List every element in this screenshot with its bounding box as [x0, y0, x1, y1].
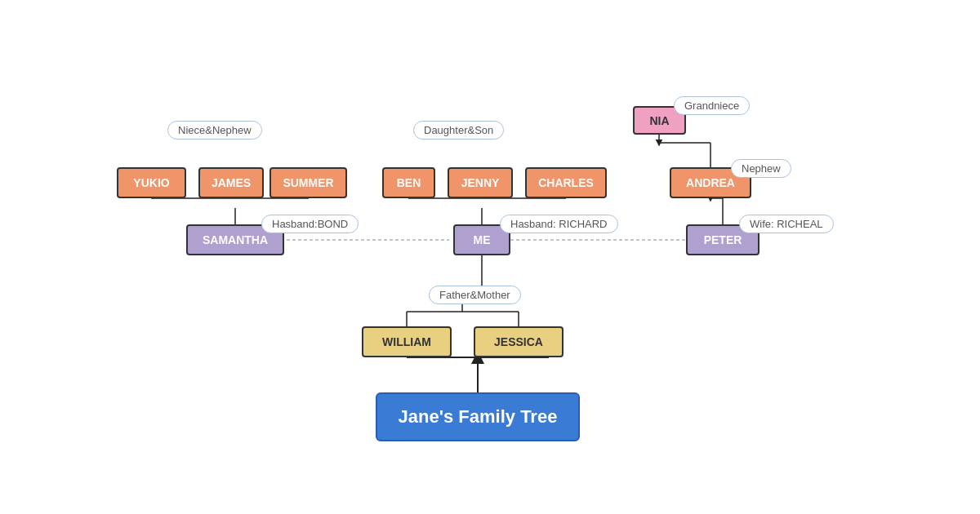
- ben-node[interactable]: BEN: [382, 167, 435, 198]
- husband-richard-label: Hasband: RICHARD: [500, 215, 618, 233]
- husband-bond-text: Hasband:BOND: [272, 218, 348, 230]
- william-node[interactable]: WILLIAM: [362, 326, 452, 357]
- samantha-label: SAMANTHA: [203, 233, 268, 246]
- wife-richeal-text: Wife: RICHEAL: [750, 218, 823, 230]
- father-mother-label: Father&Mother: [429, 286, 521, 304]
- jane-node[interactable]: Jane's Family Tree: [376, 392, 580, 441]
- jenny-label: JENNY: [461, 176, 500, 189]
- andrea-label: ANDREA: [686, 176, 735, 189]
- charles-node[interactable]: CHARLES: [525, 167, 607, 198]
- jenny-node[interactable]: JENNY: [448, 167, 513, 198]
- nia-label: NIA: [649, 114, 669, 127]
- jessica-label: JESSICA: [494, 335, 543, 348]
- james-node[interactable]: JAMES: [198, 167, 264, 198]
- nephew-text: Nephew: [742, 162, 781, 175]
- me-label: ME: [474, 233, 491, 246]
- grandniece-text: Grandniece: [684, 100, 739, 112]
- jane-label: Jane's Family Tree: [399, 406, 558, 428]
- husband-richard-text: Hasband: RICHARD: [510, 218, 608, 230]
- yukio-label: YUKIO: [133, 176, 169, 189]
- yukio-node[interactable]: YUKIO: [117, 167, 186, 198]
- husband-bond-label: Hasband:BOND: [261, 215, 359, 233]
- jessica-node[interactable]: JESSICA: [474, 326, 564, 357]
- father-mother-text: Father&Mother: [439, 289, 510, 301]
- william-label: WILLIAM: [382, 335, 431, 348]
- charles-label: CHARLES: [538, 176, 594, 189]
- peter-label: PETER: [704, 233, 742, 246]
- summer-node[interactable]: SUMMER: [270, 167, 347, 198]
- niece-nephew-text: Niece&Nephew: [178, 124, 252, 136]
- nephew-label: Nephew: [731, 159, 791, 178]
- summer-label: SUMMER: [283, 176, 333, 189]
- wife-richeal-label: Wife: RICHEAL: [739, 215, 834, 233]
- james-label: JAMES: [212, 176, 251, 189]
- daughter-son-label: Daughter&Son: [413, 121, 504, 140]
- daughter-son-text: Daughter&Son: [424, 124, 493, 136]
- niece-nephew-label: Niece&Nephew: [167, 121, 262, 140]
- grandniece-label: Grandniece: [674, 96, 750, 115]
- ben-label: BEN: [397, 176, 421, 189]
